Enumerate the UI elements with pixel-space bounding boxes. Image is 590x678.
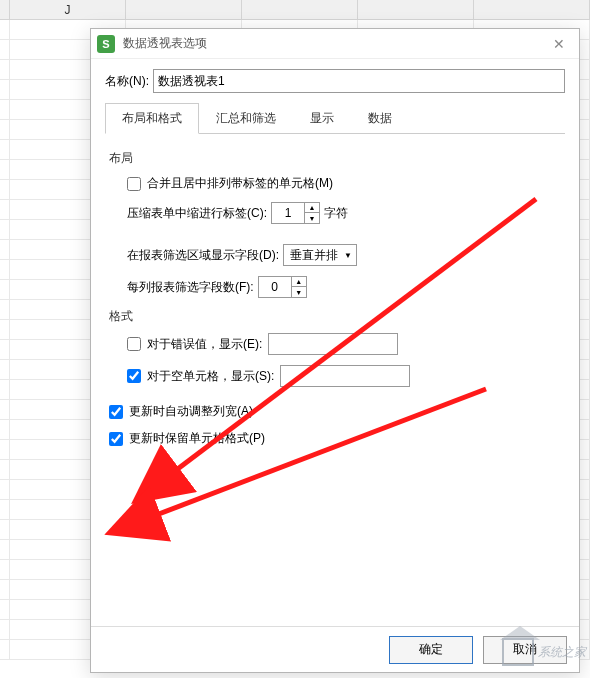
titlebar: S 数据透视表选项 ✕ <box>91 29 579 59</box>
preserve-row: 更新时保留单元格格式(P) <box>109 430 561 447</box>
tab-display[interactable]: 显示 <box>293 103 351 134</box>
error-checkbox[interactable] <box>127 337 141 351</box>
app-icon: S <box>97 35 115 53</box>
spin-up-icon[interactable]: ▲ <box>305 203 319 213</box>
compact-suffix: 字符 <box>324 205 348 222</box>
autofit-label: 更新时自动调整列宽(A) <box>129 403 253 420</box>
filter-count-label: 每列报表筛选字段数(F): <box>127 279 254 296</box>
watermark-text: 系统之家 <box>538 644 586 661</box>
ok-button[interactable]: 确定 <box>389 636 473 664</box>
error-label: 对于错误值，显示(E): <box>147 336 262 353</box>
compact-row: 压缩表单中缩进行标签(C): ▲ ▼ 字符 <box>127 202 561 224</box>
name-row: 名称(N): <box>105 69 565 93</box>
name-input[interactable] <box>153 69 565 93</box>
tab-totals-filters[interactable]: 汇总和筛选 <box>199 103 293 134</box>
merge-row: 合并且居中排列带标签的单元格(M) <box>127 175 561 192</box>
dialog-body: 名称(N): 布局和格式 汇总和筛选 显示 数据 布局 合并且居中排列带标签的单… <box>91 59 579 626</box>
filter-count-input[interactable] <box>259 277 291 297</box>
preserve-label: 更新时保留单元格格式(P) <box>129 430 265 447</box>
tab-panel-layout: 布局 合并且居中排列带标签的单元格(M) 压缩表单中缩进行标签(C): ▲ ▼ <box>105 134 565 447</box>
merge-checkbox[interactable] <box>127 177 141 191</box>
col-header-blank5 <box>474 0 590 19</box>
empty-label: 对于空单元格，显示(S): <box>147 368 274 385</box>
compact-label: 压缩表单中缩进行标签(C): <box>127 205 267 222</box>
pivot-options-dialog: S 数据透视表选项 ✕ 名称(N): 布局和格式 汇总和筛选 显示 数据 布局 … <box>90 28 580 673</box>
spin-down-icon[interactable]: ▼ <box>305 213 319 223</box>
name-label: 名称(N): <box>105 73 149 90</box>
spin-down-icon[interactable]: ▼ <box>292 287 306 297</box>
compact-input[interactable] <box>272 203 304 223</box>
error-input[interactable] <box>268 333 398 355</box>
section-layout-label: 布局 <box>109 150 561 167</box>
col-header-blank4 <box>358 0 474 19</box>
col-header-blank3 <box>242 0 358 19</box>
tab-bar: 布局和格式 汇总和筛选 显示 数据 <box>105 103 565 134</box>
error-row: 对于错误值，显示(E): <box>127 333 561 355</box>
col-header-blank2 <box>126 0 242 19</box>
col-header-j[interactable]: J <box>10 0 126 19</box>
tab-layout-format[interactable]: 布局和格式 <box>105 103 199 134</box>
empty-row: 对于空单元格，显示(S): <box>127 365 561 387</box>
house-icon <box>502 638 534 666</box>
tab-data[interactable]: 数据 <box>351 103 409 134</box>
preserve-checkbox[interactable] <box>109 432 123 446</box>
column-header-row: J <box>0 0 590 20</box>
compact-spinner[interactable]: ▲ ▼ <box>271 202 320 224</box>
filter-area-label: 在报表筛选区域显示字段(D): <box>127 247 279 264</box>
filter-area-value: 垂直并排 <box>290 247 338 264</box>
merge-label: 合并且居中排列带标签的单元格(M) <box>147 175 333 192</box>
section-format-label: 格式 <box>109 308 561 325</box>
empty-input[interactable] <box>280 365 410 387</box>
filter-area-dropdown[interactable]: 垂直并排 ▼ <box>283 244 357 266</box>
chevron-down-icon: ▼ <box>344 251 352 260</box>
spin-up-icon[interactable]: ▲ <box>292 277 306 287</box>
col-header-blank <box>0 0 10 19</box>
empty-checkbox[interactable] <box>127 369 141 383</box>
filter-area-row: 在报表筛选区域显示字段(D): 垂直并排 ▼ <box>127 244 561 266</box>
watermark: 系统之家 <box>502 638 586 666</box>
close-icon[interactable]: ✕ <box>545 36 573 52</box>
dialog-title: 数据透视表选项 <box>123 35 545 52</box>
autofit-row: 更新时自动调整列宽(A) <box>109 403 561 420</box>
filter-count-row: 每列报表筛选字段数(F): ▲ ▼ <box>127 276 561 298</box>
filter-count-spinner[interactable]: ▲ ▼ <box>258 276 307 298</box>
autofit-checkbox[interactable] <box>109 405 123 419</box>
